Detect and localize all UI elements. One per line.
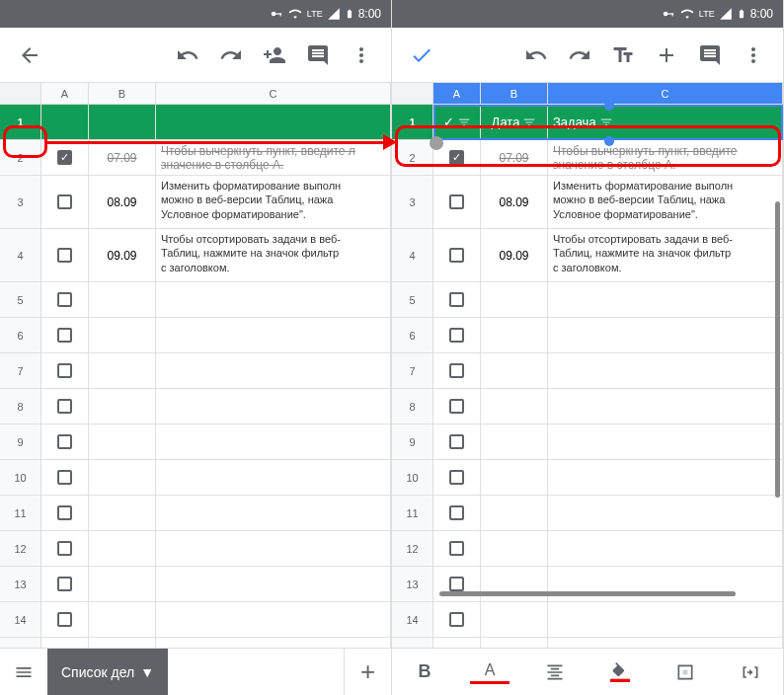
table-row[interactable]: 11 <box>392 496 783 531</box>
cell-task[interactable]: Чтобы вычеркнуть пункт, введите значение… <box>548 140 783 175</box>
cell-date[interactable] <box>481 638 548 648</box>
comment-button[interactable] <box>688 34 732 77</box>
cell-checkbox[interactable] <box>433 176 481 228</box>
borders-button[interactable] <box>666 653 705 692</box>
selection-handle-top[interactable] <box>604 101 614 111</box>
horizontal-scrollbar[interactable] <box>439 591 736 596</box>
cell-date[interactable] <box>89 602 156 637</box>
row-header[interactable]: 6 <box>392 318 433 352</box>
cell-date[interactable] <box>89 531 156 566</box>
cell-checkbox[interactable] <box>41 353 89 388</box>
row-header[interactable]: 1 <box>0 105 41 139</box>
checkbox[interactable] <box>57 577 72 591</box>
column-header-a[interactable]: A <box>41 83 89 104</box>
table-row[interactable]: 1 <box>0 105 391 140</box>
checkbox[interactable] <box>449 248 464 263</box>
cell-date[interactable]: 09.09 <box>481 229 548 281</box>
row-header[interactable]: 7 <box>392 353 433 388</box>
table-row[interactable]: 10 <box>0 460 391 496</box>
table-row[interactable]: 8 <box>392 389 783 425</box>
row-header[interactable]: 2 <box>0 140 41 175</box>
cell-checkbox[interactable] <box>433 318 481 352</box>
row-header[interactable]: 15 <box>392 638 433 648</box>
merge-button[interactable] <box>731 653 770 692</box>
cell-checkbox[interactable] <box>41 460 89 495</box>
column-header-c[interactable]: C <box>548 83 783 104</box>
cell-checkbox[interactable] <box>41 389 89 424</box>
more-button[interactable] <box>340 34 383 77</box>
cell-checkbox[interactable] <box>41 531 89 566</box>
confirm-button[interactable] <box>400 34 443 77</box>
table-row[interactable]: 15 <box>0 638 391 648</box>
cell-task[interactable] <box>156 638 391 648</box>
checkbox[interactable] <box>449 470 464 485</box>
sheet-area[interactable]: A B C 1✓ДатаЗадача207.09Чтобы вычеркнуть… <box>392 83 783 648</box>
insert-button[interactable] <box>645 34 688 77</box>
checkbox[interactable] <box>449 194 464 209</box>
cell-checkbox[interactable] <box>433 531 481 566</box>
cell-date[interactable] <box>481 353 548 388</box>
cell-date[interactable]: 07.09 <box>89 140 156 175</box>
cell-checkbox[interactable] <box>41 638 89 648</box>
checkbox[interactable] <box>449 363 464 378</box>
cell-date[interactable]: Дата <box>481 105 548 139</box>
table-row[interactable]: 15 <box>392 638 783 648</box>
table-row[interactable]: 308.09Изменить форматирование выполн мож… <box>0 176 391 229</box>
row-header[interactable]: 13 <box>392 567 433 601</box>
row-header[interactable]: 9 <box>0 425 41 459</box>
cell-task[interactable] <box>156 425 391 459</box>
table-row[interactable]: 7 <box>392 353 783 389</box>
table-row[interactable]: 10 <box>392 460 783 496</box>
column-header-b[interactable]: B <box>89 83 156 104</box>
table-row[interactable]: 14 <box>392 602 783 638</box>
cell-date[interactable] <box>89 353 156 388</box>
cell-task[interactable] <box>548 638 783 648</box>
row-header[interactable]: 15 <box>0 638 41 648</box>
text-format-button[interactable] <box>601 34 645 77</box>
checkbox[interactable] <box>57 328 72 343</box>
cell-date[interactable] <box>89 638 156 648</box>
cell-task[interactable] <box>548 353 783 388</box>
checkbox[interactable] <box>57 248 72 263</box>
row-header[interactable]: 2 <box>392 140 433 175</box>
cell-checkbox[interactable] <box>433 460 481 495</box>
row-header[interactable]: 14 <box>392 602 433 637</box>
cell-task[interactable]: Изменить форматирование выполн можно в в… <box>548 176 783 228</box>
text-color-button[interactable]: A <box>470 660 510 684</box>
table-row[interactable]: 409.09Чтобы отсортировать задачи в веб- … <box>0 229 391 282</box>
row-header[interactable]: 7 <box>0 353 41 388</box>
cell-date[interactable] <box>89 496 156 530</box>
cell-date[interactable] <box>481 531 548 566</box>
cell-checkbox[interactable] <box>433 425 481 459</box>
cell-checkbox[interactable] <box>433 282 481 317</box>
row-header[interactable]: 14 <box>0 602 41 637</box>
cell-task[interactable] <box>548 602 783 637</box>
cell-date[interactable]: 07.09 <box>481 140 548 175</box>
table-row[interactable]: 12 <box>0 531 391 567</box>
column-header-c[interactable]: C <box>156 83 391 104</box>
cell-checkbox[interactable] <box>433 602 481 637</box>
cell-task[interactable] <box>548 531 783 566</box>
corner-cell[interactable] <box>0 83 41 104</box>
checkbox[interactable] <box>449 150 464 165</box>
cell-task[interactable] <box>156 460 391 495</box>
cell-checkbox[interactable] <box>433 638 481 648</box>
cell-date[interactable] <box>481 282 548 317</box>
cell-task[interactable] <box>548 425 783 459</box>
row-header[interactable]: 6 <box>0 318 41 352</box>
column-header-a[interactable]: A <box>433 83 481 104</box>
cell-date[interactable] <box>89 105 156 139</box>
cell-date[interactable] <box>481 496 548 530</box>
row-header[interactable]: 1 <box>392 105 433 139</box>
cell-task[interactable] <box>548 460 783 495</box>
cell-task[interactable] <box>156 318 391 352</box>
table-row[interactable]: 1✓ДатаЗадача <box>392 105 783 140</box>
checkbox[interactable] <box>57 434 72 449</box>
checkbox[interactable] <box>449 577 464 591</box>
table-row[interactable]: 7 <box>0 353 391 389</box>
checkbox[interactable] <box>57 541 72 556</box>
cell-task[interactable] <box>156 389 391 424</box>
table-row[interactable]: 13 <box>392 567 783 602</box>
table-row[interactable]: 5 <box>0 282 391 318</box>
table-row[interactable]: 207.09Чтобы вычеркнуть пункт, введите л … <box>0 140 391 176</box>
